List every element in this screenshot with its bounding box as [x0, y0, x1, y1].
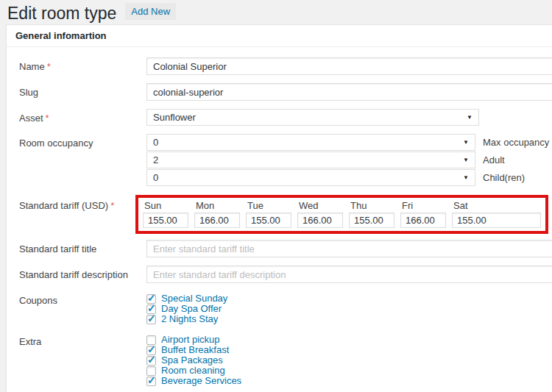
tariff-col-mon: Mon [194, 200, 240, 228]
extra-option-label[interactable]: Beverage Services [161, 376, 241, 386]
tariff-col-wed: Wed [297, 200, 343, 228]
tariff-col-thu: Thu [349, 200, 394, 228]
tariff-description-label: Standard tariff description [19, 266, 146, 280]
asset-select[interactable]: Sunflower ▼ [146, 109, 479, 126]
tariff-col-tue: Tue [246, 200, 291, 228]
required-asterisk: * [110, 200, 114, 211]
coupons-label: Coupons [19, 291, 146, 306]
dropdown-arrow-icon: ▼ [467, 115, 473, 121]
dropdown-arrow-icon: ▼ [463, 175, 469, 181]
occupancy-row: Room occupancy 0 ▼ Max occupancy 2 ▼ Adu… [19, 134, 552, 187]
coupon-label[interactable]: Special Sunday [161, 293, 227, 304]
tariff-day-label: Fri [402, 200, 446, 211]
extra-item: Buffet Breakfast [146, 345, 552, 355]
form-body: Name* Slug Asset* Sunflower ▼ Room o [7, 47, 552, 392]
tariff-description-input[interactable] [146, 266, 552, 283]
extra-item: Airport pickup [146, 335, 552, 345]
tariff-day-label: Mon [196, 200, 240, 211]
asset-row: Asset* Sunflower ▼ [19, 109, 552, 126]
tariff-day-label: Tue [247, 200, 291, 211]
asset-select-value: Sunflower [153, 112, 196, 123]
tariff-col-fri: Fri [400, 200, 446, 228]
extra-option-label[interactable]: Buffet Breakfast [161, 345, 229, 355]
tariff-title-row: Standard tariff title [19, 240, 552, 257]
tariff-day-label: Wed [299, 200, 343, 211]
slug-label: Slug [19, 83, 146, 98]
section-header: General infomartion [7, 25, 552, 47]
tariff-col-sat: Sat [452, 200, 541, 228]
tariff-sat-input[interactable] [452, 213, 541, 228]
name-input[interactable] [146, 57, 552, 75]
extra-checkbox[interactable] [146, 377, 156, 386]
page-title: Edit room type [7, 3, 116, 24]
occupancy-line-children: 0 ▼ Child(ren) [146, 169, 552, 186]
occupancy-line-max: 0 ▼ Max occupancy [146, 134, 552, 151]
coupon-label[interactable]: Day Spa Offer [161, 304, 222, 314]
extra-option-label[interactable]: Room cleaning [161, 366, 225, 376]
occupancy-children-side-label: Child(ren) [483, 172, 525, 183]
name-label: Name* [19, 57, 146, 72]
tariff-day-label: Thu [350, 200, 394, 211]
tariff-title-label: Standard tariff title [19, 240, 146, 254]
required-asterisk: * [46, 113, 49, 124]
tariff-highlight-box: Sun Mon Tue Wed [135, 195, 548, 234]
extra-item: Spa Packages [146, 355, 552, 366]
page-title-bar: Edit room type Add New [0, 0, 552, 22]
extra-item: Room cleaning [146, 366, 552, 376]
coupon-label[interactable]: 2 Nights Stay [161, 314, 218, 324]
coupon-item: Special Sunday [146, 293, 552, 304]
tariff-sun-input[interactable] [143, 213, 188, 228]
occupancy-label: Room occupancy [19, 134, 146, 149]
occupancy-max-side-label: Max occupancy [483, 137, 549, 148]
occupancy-adult-select[interactable]: 2 ▼ [146, 152, 475, 168]
extra-row: Extra Airport pickup Buffet Breakfast Sp… [19, 332, 552, 386]
tariff-label: Standard tariff (USD)* [19, 195, 146, 211]
tariff-row: Standard tariff (USD)* Sun Mon Tue [19, 195, 552, 234]
coupon-item: 2 Nights Stay [146, 314, 552, 324]
tariff-day-label: Sun [144, 200, 188, 211]
occupancy-line-adult: 2 ▼ Adult [146, 152, 552, 168]
extra-label: Extra [19, 332, 146, 347]
coupon-checkbox[interactable] [146, 315, 156, 324]
tariff-thu-input[interactable] [349, 213, 394, 228]
tariff-tue-input[interactable] [246, 213, 291, 228]
slug-row: Slug [19, 83, 552, 101]
tariff-fri-input[interactable] [400, 213, 446, 228]
occupancy-adult-side-label: Adult [483, 154, 505, 165]
tariff-description-row: Standard tariff description [19, 266, 552, 283]
name-row: Name* [19, 57, 552, 75]
tariff-day-label: Sat [453, 200, 541, 211]
extra-option-label[interactable]: Airport pickup [161, 335, 219, 345]
tariff-wed-input[interactable] [297, 213, 343, 228]
add-new-button[interactable]: Add New [125, 3, 176, 20]
extra-item: Beverage Services [146, 376, 552, 386]
general-information-panel: General infomartion Name* Slug Asset* Su… [6, 24, 552, 392]
coupon-item: Day Spa Offer [146, 304, 552, 314]
occupancy-max-select[interactable]: 0 ▼ [146, 134, 475, 151]
extra-option-label[interactable]: Spa Packages [161, 355, 223, 366]
slug-input[interactable] [146, 83, 552, 101]
tariff-title-input[interactable] [146, 240, 552, 257]
extra-checkbox[interactable] [146, 356, 156, 366]
tariff-col-sun: Sun [143, 200, 188, 228]
coupons-row: Coupons Special Sunday Day Spa Offer 2 N… [19, 291, 552, 324]
dropdown-arrow-icon: ▼ [463, 157, 469, 163]
tariff-mon-input[interactable] [194, 213, 240, 228]
occupancy-children-select[interactable]: 0 ▼ [146, 169, 475, 186]
dropdown-arrow-icon: ▼ [463, 140, 469, 146]
required-asterisk: * [47, 61, 51, 72]
asset-label: Asset* [19, 109, 146, 124]
